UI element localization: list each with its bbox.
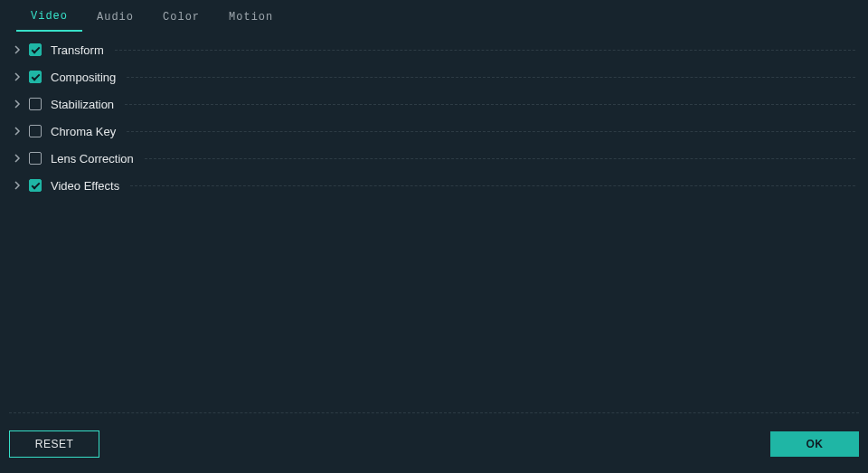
section-label: Video Effects: [51, 179, 119, 193]
checkbox-video-effects[interactable]: [29, 179, 42, 192]
divider-dashed: [125, 104, 855, 105]
footer-bar: RESET OK: [9, 412, 859, 473]
ok-button[interactable]: OK: [770, 431, 859, 457]
checkbox-compositing[interactable]: [29, 71, 42, 83]
checkbox-transform[interactable]: [29, 43, 42, 56]
checkbox-stabilization[interactable]: [29, 98, 42, 110]
chevron-right-icon[interactable]: [9, 72, 25, 81]
tab-bar: VideoAudioColorMotion: [9, 4, 859, 31]
tab-video[interactable]: Video: [16, 3, 82, 32]
tab-motion[interactable]: Motion: [214, 4, 288, 31]
chevron-right-icon[interactable]: [9, 45, 25, 54]
chevron-right-icon[interactable]: [9, 181, 25, 190]
tab-audio[interactable]: Audio: [82, 4, 148, 31]
checkbox-chroma-key[interactable]: [29, 125, 42, 137]
video-properties-panel: VideoAudioColorMotion TransformCompositi…: [0, 0, 868, 473]
chevron-right-icon[interactable]: [9, 154, 25, 163]
section-row-chroma-key[interactable]: Chroma Key: [9, 118, 859, 145]
section-row-stabilization[interactable]: Stabilization: [9, 90, 859, 118]
section-row-lens-correction[interactable]: Lens Correction: [9, 145, 859, 172]
section-label: Chroma Key: [51, 125, 116, 138]
divider-dashed: [115, 50, 855, 51]
section-label: Lens Correction: [51, 152, 134, 166]
reset-button[interactable]: RESET: [9, 430, 99, 458]
divider-dashed: [127, 77, 855, 78]
section-row-transform[interactable]: Transform: [9, 36, 859, 63]
chevron-right-icon[interactable]: [9, 127, 25, 136]
section-label: Stabilization: [51, 98, 114, 111]
tab-color[interactable]: Color: [148, 4, 214, 31]
section-row-video-effects[interactable]: Video Effects: [9, 172, 859, 199]
section-label: Compositing: [51, 71, 116, 84]
sections-list: TransformCompositingStabilizationChroma …: [9, 31, 859, 412]
checkbox-lens-correction[interactable]: [29, 152, 42, 165]
section-label: Transform: [51, 43, 104, 57]
divider-dashed: [145, 158, 855, 159]
section-row-compositing[interactable]: Compositing: [9, 63, 859, 90]
divider-dashed: [127, 131, 855, 132]
chevron-right-icon[interactable]: [9, 99, 25, 109]
divider-dashed: [130, 185, 855, 186]
